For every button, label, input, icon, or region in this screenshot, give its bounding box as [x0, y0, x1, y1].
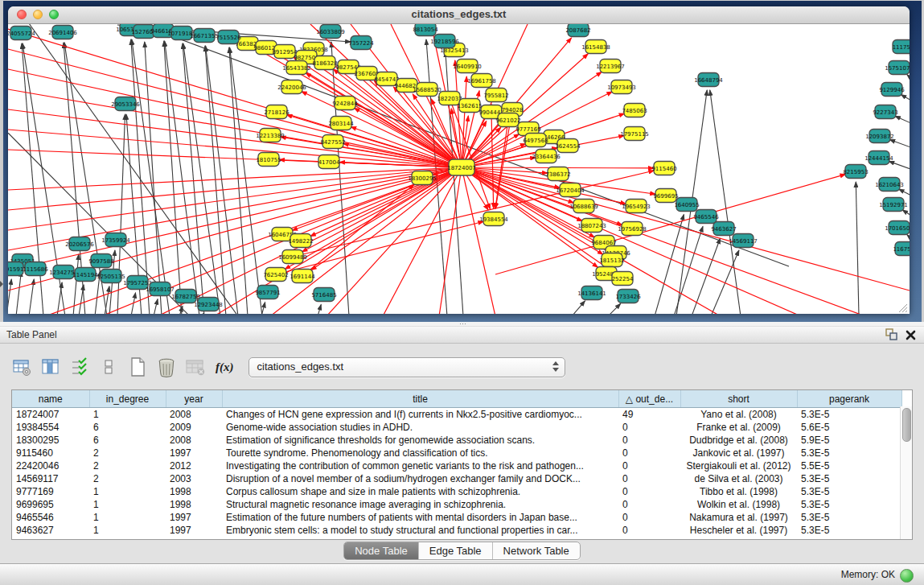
- graph-node-label: 17957253: [123, 280, 152, 286]
- new-column-icon[interactable]: [127, 356, 148, 377]
- graph-node-label: 18300295: [408, 175, 437, 182]
- graph-edge[interactable]: [608, 303, 621, 314]
- column-header-title[interactable]: title: [222, 390, 618, 408]
- table-row[interactable]: 1872400712008Changes of HCN gene express…: [12, 408, 901, 422]
- table-row[interactable]: 977716911998Corpus callosum shape and si…: [12, 485, 901, 498]
- graph-node-label: 1815132: [599, 257, 624, 264]
- graph-edge[interactable]: [899, 189, 910, 196]
- zoom-window-button[interactable]: [49, 10, 59, 19]
- column-header-pagerank[interactable]: pagerank: [797, 390, 901, 408]
- table-row[interactable]: 1830029562008Estimation of significance …: [12, 434, 901, 447]
- memory-status-indicator[interactable]: [900, 569, 914, 583]
- graph-edge[interactable]: [462, 76, 466, 167]
- graph-edge[interactable]: [8, 49, 462, 167]
- graph-edge[interactable]: [907, 75, 910, 80]
- graph-node-label: 24055724: [8, 31, 35, 37]
- graph-edge[interactable]: [895, 116, 910, 124]
- table-cell: de Silva et al. (2003): [680, 472, 797, 485]
- graph-edge[interactable]: [79, 285, 84, 314]
- graph-edge[interactable]: [154, 299, 158, 314]
- selection-mode-icon[interactable]: [69, 356, 90, 377]
- graph-edge[interactable]: [901, 94, 910, 101]
- graph-node-label: 22420046: [277, 84, 306, 91]
- graph-edge[interactable]: [16, 271, 22, 314]
- column-header-year[interactable]: year: [166, 390, 222, 408]
- resize-grip-icon[interactable]: [897, 302, 908, 313]
- graph-edge[interactable]: [856, 182, 859, 314]
- graph-node-label: 5716485: [311, 292, 336, 299]
- graph-node-label: 14136141: [577, 290, 606, 297]
- graph-edge[interactable]: [183, 43, 204, 314]
- table-cell: 0: [618, 459, 680, 472]
- table-cell: Structural magnetic resonance image aver…: [222, 498, 618, 511]
- row-height-icon[interactable]: [98, 356, 119, 377]
- graph-edge[interactable]: [202, 313, 203, 314]
- graph-edge[interactable]: [462, 167, 495, 314]
- graph-node-label: 1167533: [893, 246, 910, 253]
- table-cell: 0: [618, 524, 680, 537]
- table-cell: 49: [618, 408, 680, 422]
- graph-edge[interactable]: [132, 39, 170, 314]
- graph-node-label: 7955812: [483, 93, 508, 99]
- tab-node-table[interactable]: Node Table: [344, 542, 418, 559]
- splitter-grip-icon: [459, 323, 466, 325]
- vertical-scrollbar[interactable]: [900, 406, 912, 539]
- graph-edge[interactable]: [902, 210, 910, 216]
- column-header-short[interactable]: short: [680, 390, 797, 408]
- column-header-out_de[interactable]: △ out_de...: [618, 390, 680, 408]
- table-row[interactable]: 946362711997Embryonic stem cells: a mode…: [12, 524, 901, 537]
- table-row[interactable]: 1456911722003Disruption of a novel membe…: [12, 472, 901, 485]
- function-builder-icon[interactable]: f(x): [214, 360, 236, 374]
- tab-network-table[interactable]: Network Table: [492, 542, 580, 559]
- graph-node-label: 1145194: [72, 272, 98, 278]
- minimize-window-button[interactable]: [33, 10, 43, 19]
- graph-edge[interactable]: [105, 286, 109, 314]
- graph-edge[interactable]: [8, 167, 462, 270]
- column-header-in_degree[interactable]: in_degree: [89, 390, 166, 408]
- column-visibility-icon[interactable]: [40, 356, 61, 377]
- close-panel-icon[interactable]: [906, 329, 916, 344]
- graph-edge[interactable]: [8, 279, 11, 314]
- delete-column-trash-icon[interactable]: [156, 356, 177, 377]
- scrollbar-thumb[interactable]: [902, 408, 911, 442]
- table-row[interactable]: 2242004622012Investigating the contribut…: [12, 459, 901, 472]
- graph-edge[interactable]: [230, 47, 262, 314]
- graph-node-label: 2718126: [264, 109, 290, 116]
- network-window-titlebar[interactable]: citations_edges.txt: [8, 6, 910, 24]
- table-row[interactable]: 946554611997Estimation of the future num…: [12, 511, 901, 524]
- window-title: citations_edges.txt: [8, 6, 910, 23]
- graph-edge[interactable]: [318, 304, 321, 314]
- close-window-button[interactable]: [17, 10, 27, 19]
- column-header-name[interactable]: name: [12, 390, 89, 408]
- graph-edge[interactable]: [889, 139, 910, 148]
- table-selector-dropdown[interactable]: citations_edges.txt: [248, 357, 565, 377]
- table-settings-icon[interactable]: [11, 356, 32, 377]
- tab-edge-table[interactable]: Edge Table: [418, 542, 492, 559]
- graph-node-label: 12213389: [256, 133, 285, 139]
- graph-edge[interactable]: [710, 90, 741, 314]
- table-cell: Dudbridge et al. (2008): [680, 434, 797, 447]
- graph-edge[interactable]: [302, 184, 414, 276]
- dropdown-arrows-icon: [552, 361, 559, 372]
- float-panel-icon[interactable]: [885, 328, 897, 344]
- graph-edge[interactable]: [311, 167, 462, 270]
- table-row[interactable]: 969969511998Structural magnetic resonanc…: [12, 498, 901, 511]
- table-row[interactable]: 911546021997Tourette syndrome. Phenomeno…: [12, 447, 901, 459]
- table-cell: 2012: [166, 459, 222, 472]
- panel-collapse-arrow[interactable]: [0, 278, 4, 290]
- graph-node-label: 19654923: [622, 204, 651, 210]
- graph-edge[interactable]: [907, 235, 910, 240]
- table-cell: 2008: [166, 408, 222, 422]
- graph-node-label: 12444154: [864, 155, 893, 162]
- graph-node-label: 9097588: [88, 258, 113, 265]
- graph-edge[interactable]: [8, 167, 462, 190]
- graph-edge[interactable]: [491, 112, 494, 208]
- graph-edge[interactable]: [214, 167, 462, 314]
- graph-edge[interactable]: [889, 161, 910, 170]
- table-row[interactable]: 1938455462009Genome-wide association stu…: [12, 421, 901, 434]
- graph-edge[interactable]: [57, 282, 62, 314]
- graph-edge[interactable]: [462, 167, 910, 290]
- graph-edge[interactable]: [572, 301, 585, 314]
- graph-edge[interactable]: [711, 250, 739, 314]
- network-canvas[interactable]: 1872400776638229860128891295418226058982…: [8, 24, 910, 314]
